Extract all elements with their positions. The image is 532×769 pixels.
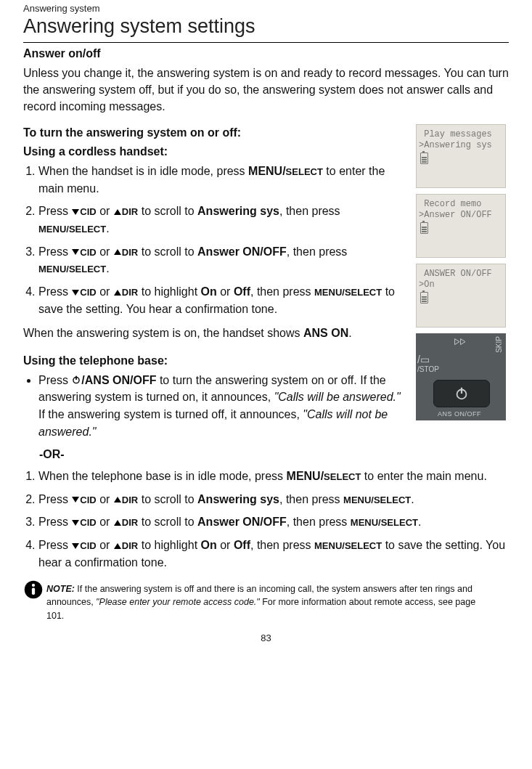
fast-forward-icon	[454, 338, 471, 348]
skip-label: SKIP	[495, 336, 503, 353]
base-step-2: Press CID or DIR to scroll to Answering …	[38, 491, 509, 508]
intro-paragraph: Unless you change it, the answering syst…	[23, 65, 509, 115]
handset-step-2: Press CID or DIR to scroll to Answering …	[38, 203, 409, 237]
base-step-1: When the telephone base is in idle mode,…	[38, 468, 509, 485]
up-arrow-icon	[114, 209, 121, 215]
svg-point-5	[32, 584, 35, 587]
down-arrow-icon	[72, 249, 79, 255]
stop-label: /STOP	[417, 365, 439, 373]
separator	[23, 42, 509, 43]
ans-on-off-button	[433, 380, 490, 407]
handset-step-1: When the handset is in idle mode, press …	[38, 163, 409, 197]
lcd-line: >Answering sys	[419, 140, 503, 152]
info-icon	[23, 579, 44, 600]
down-arrow-icon	[72, 209, 79, 215]
lcd-screen-2: Record memo >Answer ON/OFF	[416, 194, 506, 258]
subsection-cordless-handset: Using a cordless handset:	[23, 143, 409, 160]
lcd-line: Play messages	[419, 129, 503, 141]
handset-steps: When the handset is in idle mode, press …	[23, 163, 409, 317]
battery-icon	[420, 222, 428, 234]
note-text: NOTE: If the answering system is off and…	[46, 582, 509, 622]
ans-on-off-label: ANS ON/OFF	[438, 410, 481, 418]
down-arrow-icon	[72, 543, 79, 549]
base-steps: When the telephone base is in idle mode,…	[23, 468, 509, 571]
up-arrow-icon	[114, 249, 121, 255]
svg-rect-6	[32, 588, 35, 595]
lcd-line: Record memo	[419, 199, 503, 211]
battery-icon	[420, 292, 428, 304]
down-arrow-icon	[72, 497, 79, 503]
section-heading: Answer on/off	[23, 47, 509, 60]
lcd-screen-3: ANSWER ON/OFF >On	[416, 264, 506, 327]
handset-step-3: Press CID or DIR to scroll to Answer ON/…	[38, 243, 409, 277]
or-separator: -OR-	[39, 446, 509, 463]
lcd-line: >On	[419, 280, 503, 291]
up-arrow-icon	[114, 290, 121, 296]
lcd-line: ANSWER ON/OFF	[419, 269, 503, 280]
page-number: 83	[23, 632, 509, 643]
subsection-telephone-base: Using the telephone base:	[23, 352, 409, 370]
up-arrow-icon	[114, 520, 121, 526]
battery-icon	[420, 152, 428, 164]
base-step-4: Press CID or DIR to highlight On or Off,…	[38, 537, 509, 571]
base-bullet: Press /ANS ON/OFF to turn the answering …	[23, 372, 409, 441]
handset-followup: When the answering system is on, the han…	[23, 325, 409, 342]
right-column: Play messages >Answering sys Record memo…	[416, 123, 509, 420]
down-arrow-icon	[72, 290, 79, 296]
page-title: Answering system settings	[23, 15, 509, 38]
slash-stop-icon: /▭	[417, 354, 430, 365]
phone-base-photo: SKIP /▭ /STOP ANS ON/OFF	[416, 333, 506, 420]
note-block: NOTE: If the answering system is off and…	[23, 582, 509, 622]
up-arrow-icon	[114, 543, 121, 549]
down-arrow-icon	[72, 520, 79, 526]
breadcrumb: Answering system	[23, 3, 509, 14]
up-arrow-icon	[114, 497, 121, 503]
handset-step-4: Press CID or DIR to highlight On or Off,…	[38, 283, 409, 317]
lcd-line: >Answer ON/OFF	[419, 210, 503, 221]
base-step-3: Press CID or DIR to scroll to Answer ON/…	[38, 513, 509, 531]
base-bullet-item: Press /ANS ON/OFF to turn the answering …	[38, 372, 409, 441]
lcd-screen-1: Play messages >Answering sys	[416, 124, 506, 188]
power-icon	[71, 373, 81, 383]
subsection-turn-on-off: To turn the answering system on or off:	[23, 124, 409, 142]
